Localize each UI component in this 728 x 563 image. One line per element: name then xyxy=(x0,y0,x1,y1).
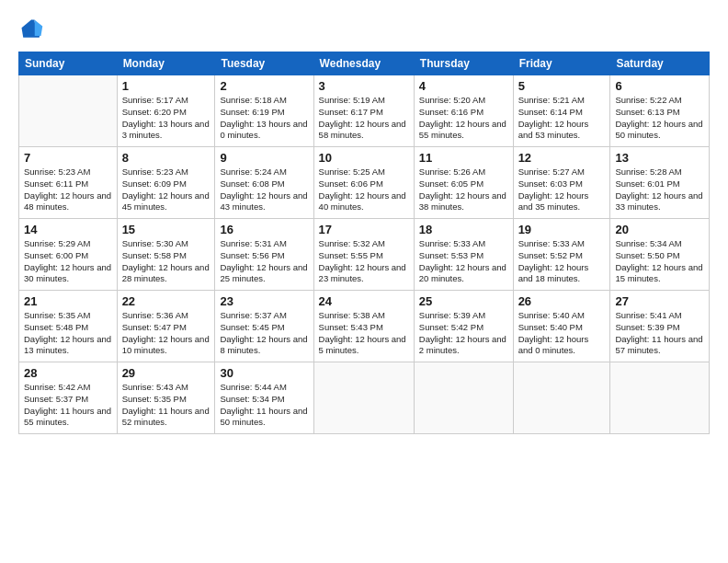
calendar-cell: 14Sunrise: 5:29 AMSunset: 6:00 PMDayligh… xyxy=(19,219,118,291)
column-header-sunday: Sunday xyxy=(19,52,118,75)
cell-info: Sunrise: 5:23 AMSunset: 6:11 PMDaylight:… xyxy=(24,167,112,213)
column-header-saturday: Saturday xyxy=(610,52,710,75)
calendar-cell: 12Sunrise: 5:27 AMSunset: 6:03 PMDayligh… xyxy=(513,147,610,219)
calendar-cell: 1Sunrise: 5:17 AMSunset: 6:20 PMDaylight… xyxy=(117,75,215,147)
calendar-cell: 23Sunrise: 5:37 AMSunset: 5:45 PMDayligh… xyxy=(215,291,313,362)
day-number: 6 xyxy=(615,79,704,93)
cell-info: Sunrise: 5:41 AMSunset: 5:39 PMDaylight:… xyxy=(615,310,704,357)
calendar-cell xyxy=(313,362,414,434)
calendar-cell xyxy=(513,362,610,434)
day-number: 3 xyxy=(319,79,409,93)
cell-info: Sunrise: 5:31 AMSunset: 5:56 PMDaylight:… xyxy=(220,238,308,285)
calendar-header-row: SundayMondayTuesdayWednesdayThursdayFrid… xyxy=(19,52,710,75)
cell-info: Sunrise: 5:23 AMSunset: 6:09 PMDaylight:… xyxy=(122,167,210,213)
day-number: 10 xyxy=(319,151,409,165)
day-number: 27 xyxy=(615,294,704,308)
day-number: 22 xyxy=(122,294,210,308)
day-number: 29 xyxy=(122,366,210,380)
calendar-cell: 4Sunrise: 5:20 AMSunset: 6:16 PMDaylight… xyxy=(414,75,513,147)
day-number: 20 xyxy=(615,223,704,236)
day-number: 13 xyxy=(615,151,704,165)
calendar-cell: 21Sunrise: 5:35 AMSunset: 5:48 PMDayligh… xyxy=(19,291,118,362)
cell-info: Sunrise: 5:17 AMSunset: 6:20 PMDaylight:… xyxy=(122,95,210,142)
cell-info: Sunrise: 5:28 AMSunset: 6:01 PMDaylight:… xyxy=(615,167,704,213)
calendar-week-row: 1Sunrise: 5:17 AMSunset: 6:20 PMDaylight… xyxy=(19,75,710,147)
calendar-week-row: 14Sunrise: 5:29 AMSunset: 6:00 PMDayligh… xyxy=(19,219,710,291)
day-number: 7 xyxy=(24,151,112,165)
day-number: 2 xyxy=(220,79,308,93)
calendar-cell: 25Sunrise: 5:39 AMSunset: 5:42 PMDayligh… xyxy=(414,291,513,362)
calendar-cell: 11Sunrise: 5:26 AMSunset: 6:05 PMDayligh… xyxy=(414,147,513,219)
column-header-wednesday: Wednesday xyxy=(313,52,414,75)
header xyxy=(18,17,710,42)
cell-info: Sunrise: 5:44 AMSunset: 5:34 PMDaylight:… xyxy=(220,382,308,429)
day-number: 23 xyxy=(220,294,308,308)
cell-info: Sunrise: 5:30 AMSunset: 5:58 PMDaylight:… xyxy=(122,238,210,285)
calendar-cell: 26Sunrise: 5:40 AMSunset: 5:40 PMDayligh… xyxy=(513,291,610,362)
day-number: 9 xyxy=(220,151,308,165)
day-number: 21 xyxy=(24,294,112,308)
calendar-cell: 15Sunrise: 5:30 AMSunset: 5:58 PMDayligh… xyxy=(117,219,215,291)
cell-info: Sunrise: 5:22 AMSunset: 6:13 PMDaylight:… xyxy=(615,95,704,142)
calendar-cell xyxy=(19,75,118,147)
calendar-cell: 3Sunrise: 5:19 AMSunset: 6:17 PMDaylight… xyxy=(313,75,414,147)
calendar-cell: 7Sunrise: 5:23 AMSunset: 6:11 PMDaylight… xyxy=(19,147,118,219)
cell-info: Sunrise: 5:40 AMSunset: 5:40 PMDaylight:… xyxy=(518,310,606,357)
cell-info: Sunrise: 5:42 AMSunset: 5:37 PMDaylight:… xyxy=(24,382,112,429)
cell-info: Sunrise: 5:32 AMSunset: 5:55 PMDaylight:… xyxy=(319,238,409,285)
cell-info: Sunrise: 5:27 AMSunset: 6:03 PMDaylight:… xyxy=(518,167,606,213)
calendar-cell: 9Sunrise: 5:24 AMSunset: 6:08 PMDaylight… xyxy=(215,147,313,219)
calendar-cell: 5Sunrise: 5:21 AMSunset: 6:14 PMDaylight… xyxy=(513,75,610,147)
cell-info: Sunrise: 5:38 AMSunset: 5:43 PMDaylight:… xyxy=(319,310,409,357)
page: SundayMondayTuesdayWednesdayThursdayFrid… xyxy=(0,0,728,563)
column-header-thursday: Thursday xyxy=(414,52,513,75)
calendar-cell: 16Sunrise: 5:31 AMSunset: 5:56 PMDayligh… xyxy=(215,219,313,291)
column-header-tuesday: Tuesday xyxy=(215,52,313,75)
day-number: 26 xyxy=(518,294,606,308)
svg-marker-1 xyxy=(35,20,43,37)
day-number: 5 xyxy=(518,79,606,93)
cell-info: Sunrise: 5:24 AMSunset: 6:08 PMDaylight:… xyxy=(220,167,308,213)
day-number: 15 xyxy=(122,223,210,236)
cell-info: Sunrise: 5:20 AMSunset: 6:16 PMDaylight:… xyxy=(419,95,508,142)
cell-info: Sunrise: 5:36 AMSunset: 5:47 PMDaylight:… xyxy=(122,310,210,357)
cell-info: Sunrise: 5:21 AMSunset: 6:14 PMDaylight:… xyxy=(518,95,606,142)
cell-info: Sunrise: 5:29 AMSunset: 6:00 PMDaylight:… xyxy=(24,238,112,285)
day-number: 4 xyxy=(419,79,508,93)
cell-info: Sunrise: 5:19 AMSunset: 6:17 PMDaylight:… xyxy=(319,95,409,142)
calendar-cell: 17Sunrise: 5:32 AMSunset: 5:55 PMDayligh… xyxy=(313,219,414,291)
day-number: 18 xyxy=(419,223,508,236)
column-header-monday: Monday xyxy=(117,52,215,75)
calendar-cell: 13Sunrise: 5:28 AMSunset: 6:01 PMDayligh… xyxy=(610,147,710,219)
cell-info: Sunrise: 5:33 AMSunset: 5:53 PMDaylight:… xyxy=(419,238,508,285)
calendar-cell: 8Sunrise: 5:23 AMSunset: 6:09 PMDaylight… xyxy=(117,147,215,219)
logo xyxy=(18,17,48,42)
day-number: 11 xyxy=(419,151,508,165)
calendar-cell: 6Sunrise: 5:22 AMSunset: 6:13 PMDaylight… xyxy=(610,75,710,147)
logo-icon xyxy=(18,17,44,42)
calendar-cell: 29Sunrise: 5:43 AMSunset: 5:35 PMDayligh… xyxy=(117,362,215,434)
cell-info: Sunrise: 5:18 AMSunset: 6:19 PMDaylight:… xyxy=(220,95,308,142)
cell-info: Sunrise: 5:43 AMSunset: 5:35 PMDaylight:… xyxy=(122,382,210,429)
cell-info: Sunrise: 5:39 AMSunset: 5:42 PMDaylight:… xyxy=(419,310,508,357)
calendar-week-row: 28Sunrise: 5:42 AMSunset: 5:37 PMDayligh… xyxy=(19,362,710,434)
calendar-cell: 28Sunrise: 5:42 AMSunset: 5:37 PMDayligh… xyxy=(19,362,118,434)
calendar-cell: 2Sunrise: 5:18 AMSunset: 6:19 PMDaylight… xyxy=(215,75,313,147)
cell-info: Sunrise: 5:26 AMSunset: 6:05 PMDaylight:… xyxy=(419,167,508,213)
cell-info: Sunrise: 5:35 AMSunset: 5:48 PMDaylight:… xyxy=(24,310,112,357)
day-number: 16 xyxy=(220,223,308,236)
day-number: 17 xyxy=(319,223,409,236)
day-number: 28 xyxy=(24,366,112,380)
cell-info: Sunrise: 5:33 AMSunset: 5:52 PMDaylight:… xyxy=(518,238,606,285)
calendar-table: SundayMondayTuesdayWednesdayThursdayFrid… xyxy=(18,52,710,434)
cell-info: Sunrise: 5:25 AMSunset: 6:06 PMDaylight:… xyxy=(319,167,409,213)
cell-info: Sunrise: 5:37 AMSunset: 5:45 PMDaylight:… xyxy=(220,310,308,357)
calendar-cell: 22Sunrise: 5:36 AMSunset: 5:47 PMDayligh… xyxy=(117,291,215,362)
calendar-cell xyxy=(610,362,710,434)
calendar-cell: 10Sunrise: 5:25 AMSunset: 6:06 PMDayligh… xyxy=(313,147,414,219)
calendar-cell: 19Sunrise: 5:33 AMSunset: 5:52 PMDayligh… xyxy=(513,219,610,291)
day-number: 8 xyxy=(122,151,210,165)
calendar-cell: 30Sunrise: 5:44 AMSunset: 5:34 PMDayligh… xyxy=(215,362,313,434)
calendar-cell: 20Sunrise: 5:34 AMSunset: 5:50 PMDayligh… xyxy=(610,219,710,291)
calendar-cell xyxy=(414,362,513,434)
